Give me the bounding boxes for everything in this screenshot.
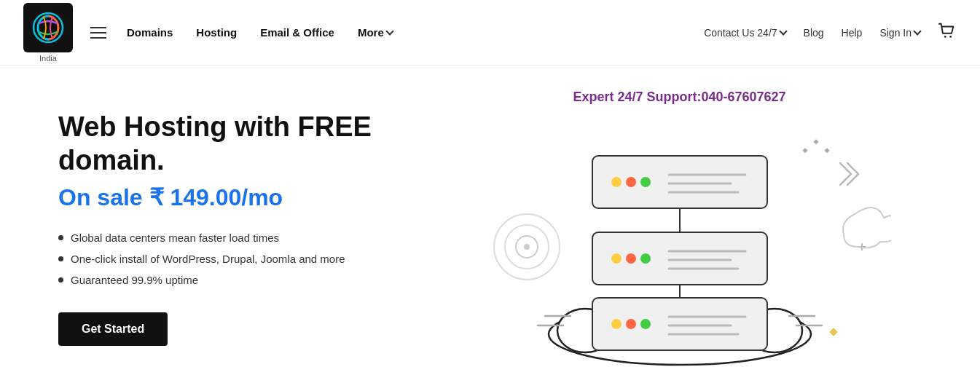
brand-logo-icon bbox=[31, 10, 66, 45]
bullet-icon bbox=[58, 235, 63, 240]
hero-section: Web Hosting with FREE domain. On sale ₹ … bbox=[0, 66, 980, 391]
svg-rect-8 bbox=[813, 139, 818, 144]
signin-link[interactable]: Sign In bbox=[879, 27, 920, 39]
svg-point-6 bbox=[524, 244, 530, 250]
hero-title: Web Hosting with FREE domain. bbox=[58, 111, 423, 177]
chevron-down-icon bbox=[385, 27, 393, 35]
logo-wrap: India bbox=[23, 3, 73, 63]
signin-label: Sign In bbox=[879, 27, 912, 39]
nav-email-office[interactable]: Email & Office bbox=[260, 26, 334, 39]
svg-point-26 bbox=[640, 177, 651, 187]
hamburger-line-1 bbox=[90, 27, 106, 28]
contact-label: Contact Us 24/7 bbox=[704, 27, 777, 39]
bullet-icon bbox=[58, 277, 63, 283]
cart-icon bbox=[938, 22, 957, 41]
hero-features-list: Global data centers mean faster load tim… bbox=[58, 232, 423, 286]
hero-right: Expert 24/7 Support:040-67607627 bbox=[423, 76, 936, 382]
svg-point-38 bbox=[611, 319, 622, 329]
svg-point-32 bbox=[626, 253, 636, 264]
blog-link[interactable]: Blog bbox=[804, 27, 824, 39]
svg-point-39 bbox=[626, 319, 636, 329]
signin-chevron-icon bbox=[913, 27, 921, 35]
svg-point-24 bbox=[611, 177, 622, 187]
svg-point-31 bbox=[611, 253, 622, 264]
feature-text-2: One-click install of WordPress, Drupal, … bbox=[71, 253, 345, 265]
contact-link[interactable]: Contact Us 24/7 bbox=[704, 27, 785, 39]
contact-chevron-icon bbox=[779, 27, 787, 35]
main-nav: Domains Hosting Email & Office More bbox=[127, 26, 704, 39]
feature-item-2: One-click install of WordPress, Drupal, … bbox=[58, 253, 423, 265]
bullet-icon bbox=[58, 256, 63, 261]
header: India Domains Hosting Email & Office Mor… bbox=[0, 0, 980, 66]
hero-left: Web Hosting with FREE domain. On sale ₹ … bbox=[58, 96, 423, 360]
svg-point-25 bbox=[626, 177, 636, 187]
help-link[interactable]: Help bbox=[842, 27, 863, 39]
hamburger-line-3 bbox=[90, 37, 106, 39]
svg-rect-14 bbox=[829, 328, 837, 336]
svg-rect-7 bbox=[802, 148, 807, 153]
feature-text-3: Guaranteed 99.9% uptime bbox=[71, 274, 198, 286]
svg-point-33 bbox=[640, 253, 651, 264]
svg-point-2 bbox=[949, 36, 952, 38]
svg-rect-9 bbox=[824, 148, 829, 153]
hero-price: On sale ₹ 149.00/mo bbox=[58, 183, 423, 211]
nav-hosting[interactable]: Hosting bbox=[196, 26, 237, 39]
nav-right: Contact Us 24/7 Blog Help Sign In bbox=[704, 22, 957, 44]
nav-more[interactable]: More bbox=[358, 26, 393, 39]
feature-item-3: Guaranteed 99.9% uptime bbox=[58, 274, 423, 286]
cart-button[interactable] bbox=[938, 22, 957, 44]
support-text: Expert 24/7 Support:040-67607627 bbox=[573, 90, 785, 105]
nav-domains[interactable]: Domains bbox=[127, 26, 173, 39]
feature-text-1: Global data centers mean faster load tim… bbox=[71, 232, 279, 244]
hamburger-line-2 bbox=[90, 32, 106, 33]
svg-point-40 bbox=[640, 319, 651, 329]
logo-country: India bbox=[39, 54, 57, 63]
nav-more-label: More bbox=[358, 26, 384, 39]
feature-item-1: Global data centers mean faster load tim… bbox=[58, 232, 423, 244]
svg-point-1 bbox=[944, 36, 946, 38]
get-started-button[interactable]: Get Started bbox=[58, 312, 168, 346]
hamburger-menu[interactable] bbox=[90, 27, 106, 39]
logo-box[interactable] bbox=[23, 3, 73, 52]
server-illustration bbox=[469, 119, 891, 367]
